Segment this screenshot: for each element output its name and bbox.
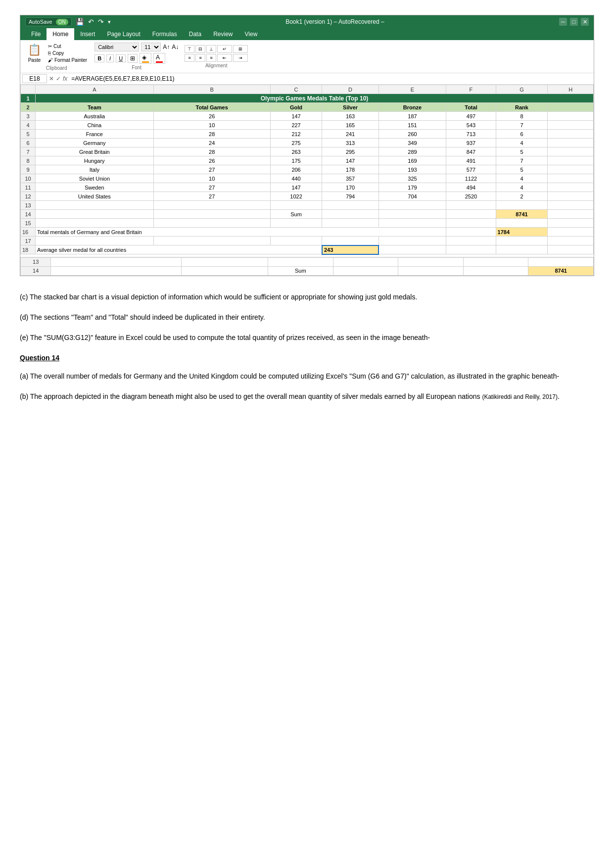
cell-15-c[interactable] xyxy=(270,219,322,228)
cell-12-e[interactable]: 704 xyxy=(378,192,446,201)
col-c[interactable]: C xyxy=(270,85,322,94)
bold-button[interactable]: B xyxy=(94,54,104,62)
cell-7-f[interactable]: 847 xyxy=(446,147,496,156)
cell-7-g[interactable]: 5 xyxy=(496,147,548,156)
cell-s13-f[interactable] xyxy=(463,257,528,266)
cell-8-h[interactable] xyxy=(548,156,594,165)
cell-11-g[interactable]: 4 xyxy=(496,183,548,192)
cell-10-f[interactable]: 1122 xyxy=(446,174,496,183)
cell-17-a[interactable] xyxy=(36,237,154,245)
cell-18-d[interactable]: 243 xyxy=(322,245,378,254)
cell-10-h[interactable] xyxy=(548,174,594,183)
cell-10-g[interactable]: 4 xyxy=(496,174,548,183)
cell-2-e[interactable]: Bronze xyxy=(378,103,446,112)
cell-s13-g[interactable] xyxy=(528,257,594,266)
cell-3-b[interactable]: 26 xyxy=(153,112,270,121)
cell-18-h[interactable] xyxy=(548,245,594,254)
tab-review[interactable]: Review xyxy=(207,28,238,40)
cell-17-d[interactable] xyxy=(322,237,378,245)
cell-5-a[interactable]: France xyxy=(36,130,154,139)
cell-14-d[interactable] xyxy=(322,210,378,219)
cell-12-f[interactable]: 2520 xyxy=(446,192,496,201)
font-color-button[interactable]: A xyxy=(153,53,165,64)
cell-11-e[interactable]: 179 xyxy=(378,183,446,192)
cell-15-g[interactable] xyxy=(496,219,548,228)
tab-home[interactable]: Home xyxy=(47,28,74,40)
cell-14-c[interactable]: Sum xyxy=(270,210,322,219)
cell-s13-d[interactable] xyxy=(333,257,398,266)
cell-2-d[interactable]: Silver xyxy=(322,103,378,112)
cell-s13-b[interactable] xyxy=(181,257,268,266)
cell-14-h[interactable] xyxy=(548,210,594,219)
merge-center-button[interactable]: ⊞ xyxy=(233,45,248,53)
cell-6-a[interactable]: Germany xyxy=(36,139,154,147)
cell-6-d[interactable]: 313 xyxy=(322,139,378,147)
more-commands-icon[interactable]: ▾ xyxy=(108,19,111,25)
minimize-button[interactable]: ─ xyxy=(559,18,567,26)
cell-9-c[interactable]: 206 xyxy=(270,165,322,174)
cell-8-d[interactable]: 147 xyxy=(322,156,378,165)
cell-17-b[interactable] xyxy=(153,237,270,245)
cell-s14-d[interactable] xyxy=(333,266,398,275)
col-a[interactable]: A xyxy=(36,85,154,94)
cell-5-e[interactable]: 260 xyxy=(378,130,446,139)
align-middle-button[interactable]: ⊟ xyxy=(195,45,205,53)
align-right-button[interactable]: ≡ xyxy=(206,54,216,62)
cell-3-f[interactable]: 497 xyxy=(446,112,496,121)
cell-s13-e[interactable] xyxy=(398,257,464,266)
cell-13-c[interactable] xyxy=(270,201,322,210)
cell-5-h[interactable] xyxy=(548,130,594,139)
increase-font-icon[interactable]: A↑ xyxy=(163,44,170,50)
cell-11-h[interactable] xyxy=(548,183,594,192)
cell-s14-f[interactable] xyxy=(463,266,528,275)
cell-3-e[interactable]: 187 xyxy=(378,112,446,121)
cell-s14-b[interactable] xyxy=(181,266,268,275)
cell-16-h[interactable] xyxy=(548,228,594,237)
cell-16-g[interactable]: 1784 xyxy=(496,228,548,237)
cell-10-e[interactable]: 325 xyxy=(378,174,446,183)
cell-s14-e[interactable] xyxy=(398,266,464,275)
cell-13-a[interactable] xyxy=(36,201,154,210)
cell-4-g[interactable]: 7 xyxy=(496,121,548,130)
cell-s14-g[interactable]: 8741 xyxy=(528,266,594,275)
cell-7-c[interactable]: 263 xyxy=(270,147,322,156)
formula-cancel-icon[interactable]: ✕ xyxy=(49,75,54,82)
col-h[interactable]: H xyxy=(548,85,594,94)
paste-button[interactable]: 📋 Paste xyxy=(24,42,45,64)
cell-10-d[interactable]: 357 xyxy=(322,174,378,183)
decrease-font-icon[interactable]: A↓ xyxy=(172,44,179,50)
cell-17-e[interactable] xyxy=(378,237,446,245)
cell-10-b[interactable]: 10 xyxy=(153,174,270,183)
cut-button[interactable]: ✂ Cut xyxy=(47,43,89,49)
cell-9-d[interactable]: 178 xyxy=(322,165,378,174)
cell-s14-c[interactable]: Sum xyxy=(268,266,333,275)
cell-7-b[interactable]: 28 xyxy=(153,147,270,156)
cell-1-title[interactable]: Olympic Games Medals Table (Top 10) xyxy=(36,94,594,103)
tab-formulas[interactable]: Formulas xyxy=(146,28,183,40)
tab-file[interactable]: File xyxy=(25,28,47,40)
font-name-select[interactable]: Calibri xyxy=(94,43,139,51)
cell-5-g[interactable]: 6 xyxy=(496,130,548,139)
cell-11-f[interactable]: 494 xyxy=(446,183,496,192)
align-center-button[interactable]: ≡ xyxy=(195,54,205,62)
cell-14-a[interactable] xyxy=(36,210,154,219)
cell-2-f[interactable]: Total xyxy=(446,103,496,112)
cell-14-b[interactable] xyxy=(153,210,270,219)
cell-7-e[interactable]: 289 xyxy=(378,147,446,156)
cell-4-d[interactable]: 165 xyxy=(322,121,378,130)
cell-17-c[interactable] xyxy=(270,237,322,245)
align-left-button[interactable]: ≡ xyxy=(185,54,194,62)
fill-color-button[interactable]: ◈ xyxy=(140,53,151,64)
italic-button[interactable]: I xyxy=(106,54,114,62)
col-d[interactable]: D xyxy=(322,85,378,94)
cell-2-h[interactable] xyxy=(548,103,594,112)
cell-12-h[interactable] xyxy=(548,192,594,201)
cell-5-f[interactable]: 713 xyxy=(446,130,496,139)
cell-2-b[interactable]: Total Games xyxy=(153,103,270,112)
autosave-button[interactable]: AutoSave ON xyxy=(25,17,72,26)
redo-icon[interactable]: ↷ xyxy=(98,18,104,26)
cell-3-c[interactable]: 147 xyxy=(270,112,322,121)
cell-6-b[interactable]: 24 xyxy=(153,139,270,147)
cell-4-e[interactable]: 151 xyxy=(378,121,446,130)
tab-insert[interactable]: Insert xyxy=(74,28,101,40)
